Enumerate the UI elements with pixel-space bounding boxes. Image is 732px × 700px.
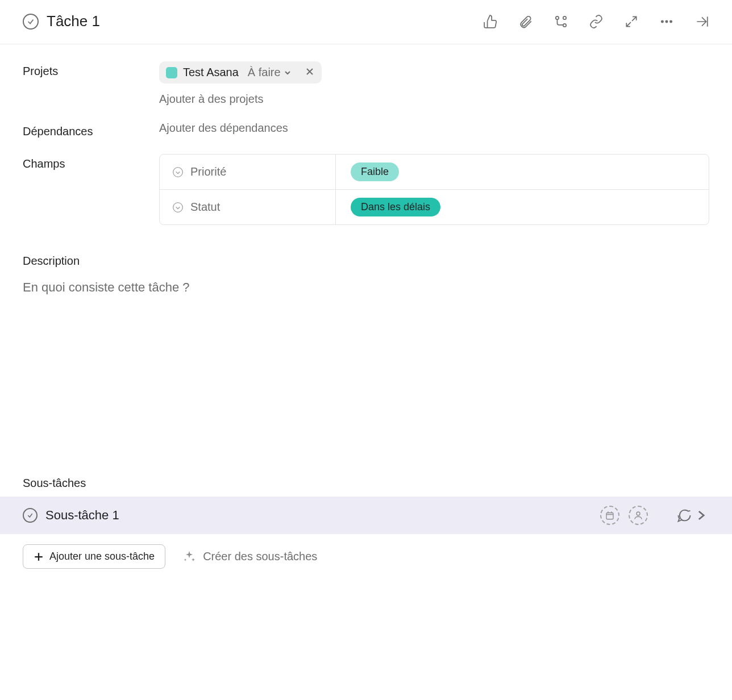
close-icon	[306, 68, 314, 76]
chevron-right-icon	[693, 507, 709, 523]
custom-field-name-text: Priorité	[190, 165, 226, 178]
custom-field-row-status: Statut Dans les délais	[160, 190, 709, 224]
chevron-down-icon	[283, 68, 292, 77]
copy-link-button[interactable]	[589, 14, 604, 29]
projects-row: Projets Test Asana À faire Ajouter à des…	[23, 61, 709, 106]
svg-point-9	[637, 512, 640, 515]
svg-point-0	[556, 16, 559, 19]
person-icon	[633, 510, 643, 520]
custom-field-value-status[interactable]: Dans les délais	[336, 190, 709, 224]
thumbs-up-icon	[483, 14, 498, 29]
subtask-assignee-button[interactable]	[629, 506, 648, 525]
project-section-label: À faire	[248, 66, 281, 79]
project-name: Test Asana	[183, 66, 239, 79]
description-section: Description En quoi consiste cette tâche…	[23, 255, 709, 295]
dropdown-field-icon	[172, 202, 184, 213]
complete-task-button[interactable]	[23, 14, 39, 30]
sparkle-icon	[182, 550, 196, 564]
expand-icon	[624, 14, 639, 29]
dependencies-label: Dépendances	[23, 122, 159, 138]
project-chip[interactable]: Test Asana À faire	[159, 61, 322, 84]
custom-field-name: Priorité	[160, 155, 336, 189]
custom-fields-value: Priorité Faible Statut Dans les délais	[159, 154, 709, 225]
svg-point-4	[666, 20, 667, 22]
subtasks-section: Sous-tâches Sous-tâche 1 Ajouter une sou…	[0, 477, 732, 579]
subtask-complete-button[interactable]	[23, 508, 38, 523]
custom-field-row-priority: Priorité Faible	[160, 155, 709, 190]
link-icon	[589, 14, 604, 29]
add-subtask-button[interactable]: Ajouter une sous-tâche	[23, 544, 165, 569]
subtask-icon	[554, 14, 568, 29]
subtask-name[interactable]: Sous-tâche 1	[45, 508, 592, 523]
svg-point-3	[662, 20, 663, 22]
dependencies-value: Ajouter des dépendances	[159, 122, 709, 135]
svg-point-2	[563, 23, 566, 26]
ai-create-subtasks-button[interactable]: Créer des sous-tâches	[182, 550, 317, 564]
check-icon	[27, 512, 34, 519]
description-label: Description	[23, 255, 709, 268]
custom-fields-table: Priorité Faible Statut Dans les délais	[159, 154, 709, 225]
comment-icon	[676, 507, 692, 523]
svg-point-7	[173, 202, 183, 212]
dropdown-field-icon	[172, 166, 184, 178]
project-color-swatch	[166, 67, 177, 78]
header-actions	[483, 14, 709, 29]
task-content: Projets Test Asana À faire Ajouter à des…	[0, 44, 732, 306]
task-header: Tâche 1	[0, 0, 732, 44]
check-icon	[27, 18, 35, 26]
header-left: Tâche 1	[23, 13, 483, 30]
custom-fields-label: Champs	[23, 154, 159, 170]
svg-point-6	[173, 167, 183, 177]
description-input[interactable]: En quoi consiste cette tâche ?	[23, 280, 709, 295]
custom-field-name-text: Statut	[190, 201, 220, 214]
collapse-right-icon	[694, 14, 709, 29]
subtask-toolbar-button[interactable]	[554, 14, 568, 29]
calendar-icon	[605, 510, 615, 520]
svg-point-5	[670, 20, 672, 22]
svg-point-1	[563, 16, 566, 19]
subtasks-label: Sous-tâches	[0, 477, 732, 490]
svg-rect-8	[606, 513, 613, 519]
custom-field-value-priority[interactable]: Faible	[336, 155, 709, 189]
ai-create-subtasks-label: Créer des sous-tâches	[203, 550, 317, 563]
custom-field-name: Statut	[160, 190, 336, 224]
more-actions-button[interactable]	[659, 14, 674, 29]
paperclip-icon	[518, 14, 533, 29]
add-to-projects-link[interactable]: Ajouter à des projets	[159, 93, 709, 106]
project-section-dropdown[interactable]: À faire	[248, 66, 292, 79]
dependencies-row: Dépendances Ajouter des dépendances	[23, 122, 709, 138]
projects-value: Test Asana À faire Ajouter à des projets	[159, 61, 709, 106]
custom-fields-row: Champs Priorité Faible Statut	[23, 154, 709, 225]
subtask-row[interactable]: Sous-tâche 1	[0, 497, 732, 534]
add-subtask-label: Ajouter une sous-tâche	[49, 551, 155, 562]
plus-icon	[34, 552, 44, 562]
subtask-actions	[600, 506, 709, 525]
close-panel-button[interactable]	[694, 14, 709, 29]
like-button[interactable]	[483, 14, 498, 29]
subtask-due-date-button[interactable]	[600, 506, 619, 525]
subtask-details-button[interactable]	[676, 507, 709, 523]
attachment-button[interactable]	[518, 14, 533, 29]
status-pill: Dans les délais	[351, 198, 440, 216]
dots-icon	[659, 14, 674, 29]
task-title[interactable]: Tâche 1	[47, 13, 100, 30]
project-remove-button[interactable]	[306, 66, 314, 78]
subtask-footer: Ajouter une sous-tâche Créer des sous-tâ…	[0, 534, 732, 579]
priority-pill: Faible	[351, 163, 399, 181]
fullscreen-button[interactable]	[624, 14, 639, 29]
add-dependencies-link[interactable]: Ajouter des dépendances	[159, 122, 288, 134]
projects-label: Projets	[23, 61, 159, 78]
